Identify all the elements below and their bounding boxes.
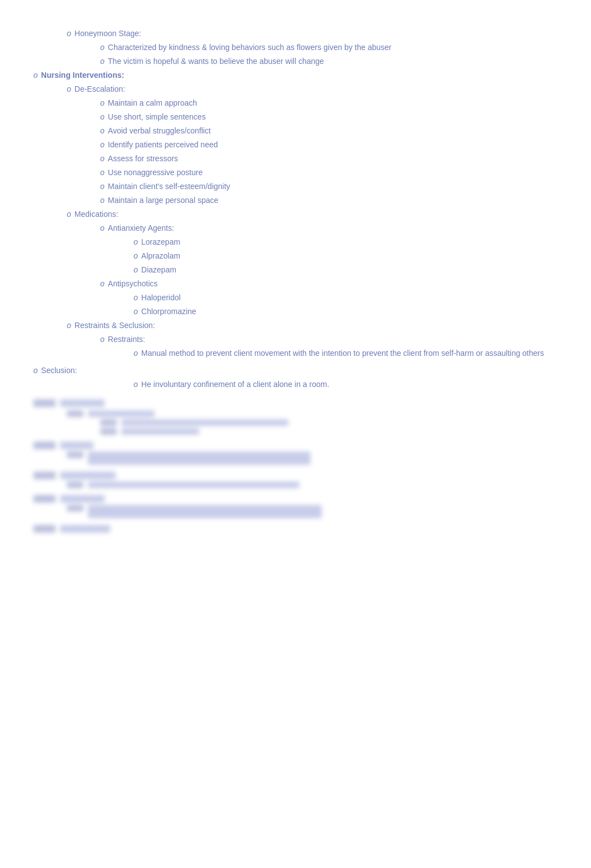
list-item: o Seclusion: — [33, 365, 558, 376]
list-item: o Restraints: — [100, 334, 558, 345]
item-text: Diazepam — [141, 264, 558, 276]
list-item: o Maintain a calm approach — [100, 97, 558, 109]
item-text: Alprazolam — [141, 250, 558, 262]
item-text: Chlorpromazine — [141, 306, 558, 318]
item-text: Maintain client's self-esteem/dignity — [108, 181, 558, 192]
bullet: o — [134, 292, 138, 304]
bullet: o — [33, 70, 38, 81]
item-text: He involuntary confinement of a client a… — [141, 379, 558, 390]
item-text: Use nonaggressive posture — [108, 167, 558, 178]
bullet: o — [100, 334, 105, 345]
item-text: Maintain a large personal space — [108, 195, 558, 206]
bullet: o — [100, 278, 105, 290]
list-item: o Chlorpromazine — [134, 306, 558, 318]
list-item: o Identify patients perceived need — [100, 139, 558, 151]
bullet: o — [134, 236, 138, 248]
list-item: o Avoid verbal struggles/conflict — [100, 125, 558, 137]
bullet: o — [100, 111, 105, 123]
bullet: o — [33, 365, 38, 376]
item-text: Use short, simple sentences — [108, 111, 558, 123]
bullet: o — [67, 320, 71, 331]
bullet: o — [100, 167, 105, 178]
bullet: o — [134, 379, 138, 390]
item-text: Lorazepam — [141, 236, 558, 248]
bullet: o — [67, 209, 71, 220]
item-text: Restraints & Seclusion: — [75, 320, 558, 331]
blurred-content — [33, 399, 558, 533]
bullet: o — [134, 264, 138, 276]
list-item: o Nursing Interventions: — [33, 70, 558, 81]
bullet: o — [100, 181, 105, 192]
main-content: o Honeymoon Stage: o Characterized by ki… — [22, 11, 569, 552]
bullet: o — [100, 125, 105, 137]
list-item: o Assess for stressors — [100, 153, 558, 165]
bullet: o — [100, 42, 105, 53]
list-item: o De-Escalation: — [67, 83, 558, 95]
bullet: o — [100, 195, 105, 206]
list-item: o Honeymoon Stage: — [67, 28, 558, 39]
list-item: o Lorazepam — [134, 236, 558, 248]
bullet: o — [100, 97, 105, 109]
bullet: o — [67, 28, 71, 39]
item-text: The victim is hopeful & wants to believe… — [108, 56, 558, 67]
list-item: o The victim is hopeful & wants to belie… — [100, 56, 558, 67]
list-item: o Maintain client's self-esteem/dignity — [100, 181, 558, 192]
list-item: o Alprazolam — [134, 250, 558, 262]
bullet: o — [134, 306, 138, 318]
list-item: o Manual method to prevent client moveme… — [134, 348, 558, 359]
bullet: o — [100, 222, 105, 234]
list-item: o Haloperidol — [134, 292, 558, 304]
item-text: Honeymoon Stage: — [75, 28, 558, 39]
item-text: Haloperidol — [141, 292, 558, 304]
item-text: Characterized by kindness & loving behav… — [108, 42, 558, 53]
item-text: Nursing Interventions: — [41, 70, 558, 81]
list-item: o Medications: — [67, 209, 558, 220]
list-item: o Restraints & Seclusion: — [67, 320, 558, 331]
bullet: o — [134, 250, 138, 262]
item-text: Maintain a calm approach — [108, 97, 558, 109]
item-text: Identify patients perceived need — [108, 139, 558, 151]
item-text: De-Escalation: — [75, 83, 558, 95]
list-item: o He involuntary confinement of a client… — [134, 379, 558, 390]
list-item: o Use short, simple sentences — [100, 111, 558, 123]
list-item: o Antipsychotics — [100, 278, 558, 290]
bullet: o — [100, 153, 105, 165]
list-item: o Diazepam — [134, 264, 558, 276]
item-text: Avoid verbal struggles/conflict — [108, 125, 558, 137]
item-text: Manual method to prevent client movement… — [141, 348, 558, 359]
list-item: o Characterized by kindness & loving beh… — [100, 42, 558, 53]
list-item: o Use nonaggressive posture — [100, 167, 558, 178]
list-item: o Antianxiety Agents: — [100, 222, 558, 234]
item-text: Antipsychotics — [108, 278, 558, 290]
bullet: o — [67, 83, 71, 95]
item-text: Medications: — [75, 209, 558, 220]
bullet: o — [134, 348, 138, 359]
item-text: Restraints: — [108, 334, 558, 345]
bullet: o — [100, 56, 105, 67]
bullet: o — [100, 139, 105, 151]
item-text: Antianxiety Agents: — [108, 222, 558, 234]
item-text: Seclusion: — [41, 365, 558, 376]
item-text: Assess for stressors — [108, 153, 558, 165]
list-item: o Maintain a large personal space — [100, 195, 558, 206]
